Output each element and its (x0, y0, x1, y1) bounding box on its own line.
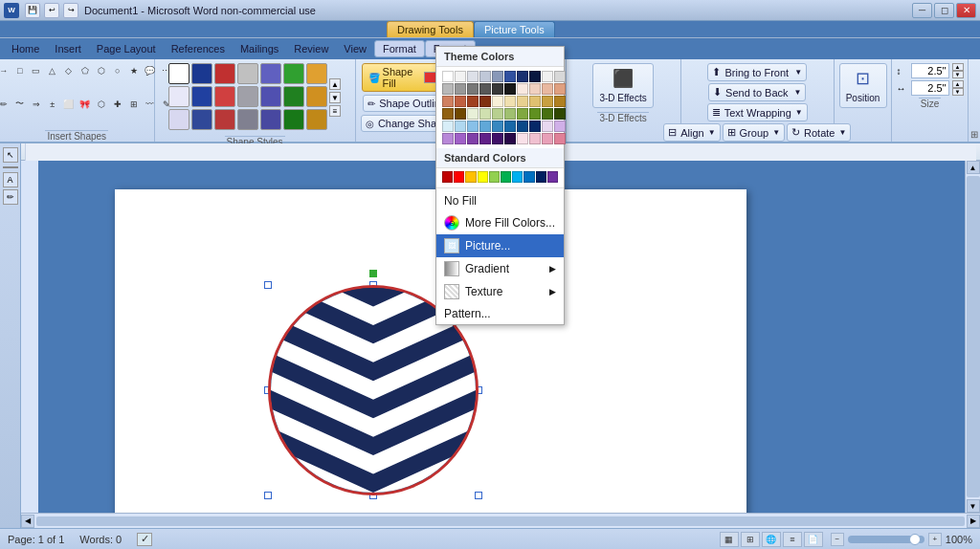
scroll-left-btn[interactable]: ◀ (21, 515, 34, 528)
color-cell[interactable] (554, 83, 566, 95)
style-swatch-17[interactable] (214, 109, 235, 130)
shape-action[interactable]: ⬡ (94, 97, 109, 112)
color-cell[interactable] (442, 108, 454, 120)
color-cell[interactable] (517, 96, 528, 107)
dropdown-arr[interactable]: ▼ (794, 68, 802, 77)
style-swatch-20[interactable] (283, 109, 304, 130)
color-cell[interactable] (467, 133, 479, 144)
color-cell[interactable] (442, 133, 454, 144)
width-up[interactable]: ▲ (952, 80, 964, 88)
menu-mailings[interactable]: Mailings (233, 41, 286, 56)
styles-scroll-down[interactable]: ▼ (329, 92, 341, 103)
toolbar-select[interactable]: ↖ (3, 147, 18, 163)
color-cell[interactable] (467, 71, 479, 82)
color-cell[interactable] (442, 71, 454, 82)
color-cell[interactable] (492, 96, 503, 107)
style-swatch-8[interactable] (168, 86, 189, 107)
menu-home[interactable]: Home (4, 41, 47, 56)
color-cell[interactable] (542, 71, 553, 82)
shape-triangle[interactable]: △ (45, 63, 60, 78)
menu-view[interactable]: View (336, 41, 374, 56)
view-outline-btn[interactable]: ≡ (783, 532, 802, 547)
color-cell[interactable] (504, 71, 516, 82)
std-color-orange[interactable] (465, 171, 476, 183)
zoom-thumb[interactable] (909, 534, 921, 545)
zoom-in-btn[interactable]: + (928, 533, 942, 546)
color-cell[interactable] (517, 121, 528, 132)
proofing-icon[interactable]: ✓ (137, 533, 152, 546)
style-swatch-2[interactable] (191, 63, 212, 84)
handle-br[interactable] (475, 492, 482, 499)
dropdown-arr3[interactable]: ▼ (795, 108, 803, 117)
shape-block-arrow[interactable]: ⇒ (29, 97, 44, 112)
shape-rect[interactable]: □ (12, 63, 28, 78)
zoom-out-btn[interactable]: − (831, 533, 844, 546)
color-cell[interactable] (479, 96, 491, 107)
color-cell[interactable] (479, 108, 491, 120)
3d-effects-button[interactable]: ⬛ 3-D Effects (592, 63, 653, 108)
style-swatch-16[interactable] (191, 109, 212, 130)
style-swatch-7[interactable] (306, 63, 327, 84)
shape-ribbon[interactable]: 🎀 (78, 97, 93, 112)
text-wrapping-button[interactable]: ≣ Text Wrapping ▼ (707, 103, 808, 121)
style-swatch-3[interactable] (214, 63, 235, 84)
color-cell[interactable] (442, 96, 454, 107)
send-to-back-button[interactable]: ⬇ Send to Back ▼ (708, 83, 806, 101)
menu-format-1[interactable]: Format (374, 40, 425, 57)
align-button[interactable]: ⊟ Align ▼ (663, 123, 720, 142)
color-cell[interactable] (542, 108, 553, 120)
color-cell[interactable] (492, 71, 503, 82)
color-cell[interactable] (529, 133, 541, 144)
color-cell[interactable] (479, 83, 491, 95)
menu-page-layout[interactable]: Page Layout (89, 41, 164, 56)
toolbar-draw[interactable]: ✏ (3, 189, 18, 205)
h-scroll-thumb[interactable] (36, 516, 965, 526)
styles-more[interactable]: ≡ (329, 105, 341, 117)
minimize-button[interactable]: ─ (912, 3, 932, 18)
style-swatch-19[interactable] (260, 109, 281, 130)
handle-tl[interactable] (264, 281, 272, 289)
shape-pentagon[interactable]: ⬠ (78, 63, 93, 78)
texture-item[interactable]: Texture ▶ (436, 280, 564, 303)
std-color-purple[interactable] (547, 171, 558, 183)
shape-freeform[interactable]: ✏ (0, 97, 11, 112)
menu-review[interactable]: Review (286, 41, 336, 56)
height-down[interactable]: ▼ (952, 71, 964, 78)
color-cell[interactable] (529, 121, 541, 132)
color-cell[interactable] (542, 83, 553, 95)
no-fill-item[interactable]: No Fill (436, 190, 564, 211)
shape-tabs-icon[interactable]: ⊞ (126, 97, 142, 112)
shape-diamond[interactable]: ◇ (61, 63, 77, 78)
color-cell[interactable] (492, 133, 503, 144)
style-swatch-11[interactable] (237, 86, 258, 107)
position-button[interactable]: ⊡ Position (839, 63, 887, 108)
handle-bl[interactable] (264, 492, 272, 499)
color-cell[interactable] (455, 83, 466, 95)
shape-equation[interactable]: ± (45, 97, 60, 112)
v-scrollbar[interactable]: ▲ ▼ (965, 161, 980, 513)
color-cell[interactable] (479, 121, 491, 132)
color-cell[interactable] (554, 121, 566, 132)
color-cell[interactable] (479, 133, 491, 144)
color-cell[interactable] (517, 108, 528, 120)
color-cell[interactable] (554, 108, 566, 120)
scroll-right-btn[interactable]: ▶ (967, 515, 980, 528)
color-cell[interactable] (517, 133, 528, 144)
styles-scroll-up[interactable]: ▲ (329, 78, 341, 90)
quick-access-undo[interactable]: ↩ (44, 3, 59, 18)
color-cell[interactable] (554, 133, 566, 144)
group-button[interactable]: ⊞ Group ▼ (723, 123, 786, 142)
color-cell[interactable] (504, 108, 516, 120)
color-cell[interactable] (542, 121, 553, 132)
color-cell[interactable] (517, 83, 528, 95)
color-cell[interactable] (442, 83, 454, 95)
gradient-item[interactable]: Gradient ▶ (436, 257, 564, 280)
height-up[interactable]: ▲ (952, 63, 964, 71)
height-input[interactable] (911, 63, 949, 78)
dropdown-arr4[interactable]: ▼ (708, 128, 716, 137)
color-cell[interactable] (529, 108, 541, 120)
style-swatch-9[interactable] (191, 86, 212, 107)
color-cell[interactable] (455, 96, 466, 107)
std-color-red[interactable] (454, 171, 464, 183)
shape-flowchart[interactable]: ⬜ (61, 97, 77, 112)
